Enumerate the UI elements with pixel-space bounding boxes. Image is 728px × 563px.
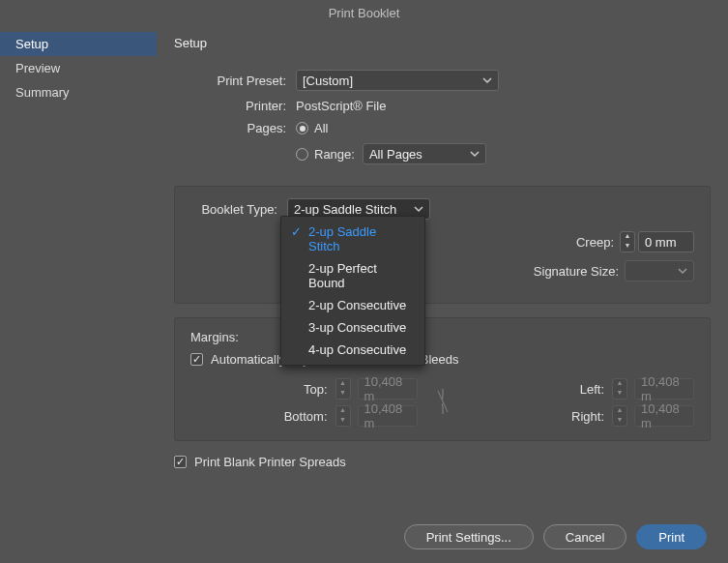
creep-input[interactable]: 0 mm: [638, 231, 694, 252]
chevron-down-icon: [470, 149, 480, 159]
booklet-panel: Booklet Type: 2-up Saddle Stitch: [174, 186, 711, 304]
print-blank-label: Print Blank Printer Spreads: [194, 455, 346, 469]
auto-adjust-checkbox[interactable]: [190, 353, 203, 366]
dialog-footer: Print Settings... Cancel Print: [0, 511, 728, 563]
booklet-type-option[interactable]: 2-up Perfect Bound: [281, 257, 424, 294]
booklet-type-option[interactable]: 3-up Consecutive: [281, 316, 424, 339]
printer-label: Printer:: [174, 99, 296, 113]
pages-range-label: Range:: [314, 147, 355, 162]
pages-label: Pages:: [174, 121, 296, 135]
creep-stepper[interactable]: ▲▼: [620, 231, 635, 252]
pages-all-radio[interactable]: [296, 122, 308, 134]
booklet-type-option[interactable]: 4-up Consecutive: [281, 339, 424, 361]
pages-all-label: All: [314, 121, 328, 135]
sidebar-item-preview[interactable]: Preview: [0, 56, 157, 80]
chevron-down-icon: [482, 75, 492, 85]
pages-range-select[interactable]: All Pages: [363, 143, 486, 164]
chevron-down-icon: [414, 204, 423, 214]
margin-bottom-stepper: ▲▼: [335, 405, 351, 427]
print-button[interactable]: Print: [636, 524, 707, 549]
print-blank-checkbox[interactable]: [174, 456, 187, 468]
cancel-button[interactable]: Cancel: [543, 524, 626, 549]
creep-label: Creep:: [576, 235, 614, 250]
link-icon: [435, 387, 451, 419]
window-title: Print Booklet: [0, 0, 728, 26]
print-preset-value: [Custom]: [303, 74, 353, 88]
sidebar-item-setup[interactable]: Setup: [0, 32, 157, 56]
margin-left-input: 10,408 m: [634, 378, 694, 400]
pages-range-radio[interactable]: [296, 148, 308, 161]
sidebar-item-summary[interactable]: Summary: [0, 80, 157, 104]
pages-range-value: All Pages: [369, 147, 422, 162]
margin-bottom-input: 10,408 m: [358, 405, 418, 427]
signature-size-label: Signature Size:: [534, 264, 619, 279]
print-booklet-window: Print Booklet Setup Preview Summary Setu…: [0, 0, 728, 563]
booklet-type-option[interactable]: 2-up Saddle Stitch: [281, 221, 424, 257]
margin-bottom-label: Bottom:: [284, 409, 328, 424]
margin-right-stepper: ▲▼: [612, 405, 627, 427]
print-preset-select[interactable]: [Custom]: [296, 70, 499, 91]
margin-top-input: 10,408 m: [358, 378, 418, 400]
booklet-type-label: Booklet Type:: [190, 202, 287, 217]
margin-right-input: 10,408 m: [634, 405, 694, 427]
booklet-type-dropdown: 2-up Saddle Stitch 2-up Perfect Bound 2-…: [280, 216, 425, 366]
margin-right-label: Right:: [571, 409, 604, 424]
print-preset-label: Print Preset:: [174, 74, 296, 88]
margins-label: Margins:: [190, 330, 694, 344]
booklet-type-value: 2-up Saddle Stitch: [294, 202, 396, 217]
page-title: Setup: [174, 36, 711, 50]
margin-left-stepper: ▲▼: [612, 378, 627, 400]
main-panel: Setup Print Preset: [Custom] Printer: Po…: [157, 26, 728, 563]
chevron-down-icon: [678, 266, 687, 276]
sidebar: Setup Preview Summary: [0, 26, 157, 563]
signature-size-select[interactable]: [625, 260, 694, 282]
margin-top-stepper: ▲▼: [335, 378, 351, 400]
print-settings-button[interactable]: Print Settings...: [404, 524, 534, 549]
margin-left-label: Left:: [580, 382, 604, 397]
booklet-type-option[interactable]: 2-up Consecutive: [281, 294, 424, 316]
margin-top-label: Top:: [304, 382, 328, 397]
printer-value: PostScript® File: [296, 99, 386, 113]
margins-panel: Margins: Automatically Adjust to Fit Mar…: [174, 317, 711, 441]
